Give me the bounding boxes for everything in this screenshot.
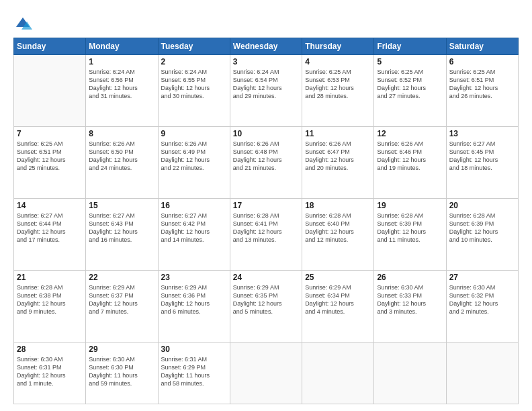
calendar-cell bbox=[230, 342, 302, 404]
calendar-cell: 22Sunrise: 6:29 AMSunset: 6:37 PMDayligh… bbox=[86, 270, 158, 342]
calendar-header-row: SundayMondayTuesdayWednesdayThursdayFrid… bbox=[14, 38, 519, 55]
weekday-header-monday: Monday bbox=[86, 38, 158, 55]
day-number: 30 bbox=[161, 345, 227, 354]
calendar-cell: 29Sunrise: 6:30 AMSunset: 6:30 PMDayligh… bbox=[86, 342, 158, 404]
day-number: 18 bbox=[305, 201, 371, 210]
calendar-cell: 14Sunrise: 6:27 AMSunset: 6:44 PMDayligh… bbox=[14, 198, 86, 270]
day-number: 21 bbox=[17, 273, 83, 282]
cell-info: Sunrise: 6:30 AMSunset: 6:30 PMDaylight:… bbox=[89, 355, 154, 388]
calendar-cell: 1Sunrise: 6:24 AMSunset: 6:56 PMDaylight… bbox=[86, 55, 158, 127]
calendar-cell: 18Sunrise: 6:28 AMSunset: 6:40 PMDayligh… bbox=[302, 198, 374, 270]
cell-info: Sunrise: 6:26 AMSunset: 6:46 PMDaylight:… bbox=[377, 140, 443, 173]
cell-info: Sunrise: 6:27 AMSunset: 6:43 PMDaylight:… bbox=[89, 212, 154, 244]
week-row-1: 1Sunrise: 6:24 AMSunset: 6:56 PMDaylight… bbox=[14, 55, 519, 127]
header bbox=[13, 12, 519, 34]
calendar-cell: 7Sunrise: 6:25 AMSunset: 6:51 PMDaylight… bbox=[14, 126, 86, 198]
cell-info: Sunrise: 6:25 AMSunset: 6:52 PMDaylight:… bbox=[377, 68, 443, 101]
cell-info: Sunrise: 6:27 AMSunset: 6:44 PMDaylight:… bbox=[17, 212, 83, 244]
calendar-cell: 15Sunrise: 6:27 AMSunset: 6:43 PMDayligh… bbox=[86, 198, 158, 270]
cell-info: Sunrise: 6:29 AMSunset: 6:35 PMDaylight:… bbox=[233, 283, 299, 316]
day-number: 16 bbox=[161, 201, 227, 210]
week-row-4: 21Sunrise: 6:28 AMSunset: 6:38 PMDayligh… bbox=[14, 270, 519, 342]
cell-info: Sunrise: 6:24 AMSunset: 6:55 PMDaylight:… bbox=[161, 68, 227, 101]
calendar-cell: 10Sunrise: 6:26 AMSunset: 6:48 PMDayligh… bbox=[230, 126, 302, 198]
day-number: 3 bbox=[233, 57, 299, 66]
cell-info: Sunrise: 6:27 AMSunset: 6:42 PMDaylight:… bbox=[161, 212, 227, 244]
weekday-header-thursday: Thursday bbox=[302, 38, 374, 55]
calendar-cell: 19Sunrise: 6:28 AMSunset: 6:39 PMDayligh… bbox=[374, 198, 446, 270]
calendar-cell: 26Sunrise: 6:30 AMSunset: 6:33 PMDayligh… bbox=[374, 270, 446, 342]
calendar-cell: 2Sunrise: 6:24 AMSunset: 6:55 PMDaylight… bbox=[158, 55, 230, 127]
cell-info: Sunrise: 6:24 AMSunset: 6:56 PMDaylight:… bbox=[89, 68, 154, 101]
week-row-5: 28Sunrise: 6:30 AMSunset: 6:31 PMDayligh… bbox=[14, 342, 519, 404]
cell-info: Sunrise: 6:28 AMSunset: 6:41 PMDaylight:… bbox=[233, 212, 299, 244]
calendar-cell: 30Sunrise: 6:31 AMSunset: 6:29 PMDayligh… bbox=[158, 342, 230, 404]
calendar-cell: 24Sunrise: 6:29 AMSunset: 6:35 PMDayligh… bbox=[230, 270, 302, 342]
day-number: 4 bbox=[305, 57, 371, 66]
day-number: 10 bbox=[233, 129, 299, 138]
calendar-cell: 8Sunrise: 6:26 AMSunset: 6:50 PMDaylight… bbox=[86, 126, 158, 198]
cell-info: Sunrise: 6:29 AMSunset: 6:34 PMDaylight:… bbox=[305, 283, 371, 316]
day-number: 27 bbox=[449, 273, 515, 282]
calendar-table: SundayMondayTuesdayWednesdayThursdayFrid… bbox=[13, 38, 519, 404]
logo-icon bbox=[13, 15, 32, 34]
calendar-cell bbox=[302, 342, 374, 404]
calendar-cell: 11Sunrise: 6:26 AMSunset: 6:47 PMDayligh… bbox=[302, 126, 374, 198]
day-number: 29 bbox=[89, 345, 154, 354]
calendar-cell: 17Sunrise: 6:28 AMSunset: 6:41 PMDayligh… bbox=[230, 198, 302, 270]
calendar-cell: 3Sunrise: 6:24 AMSunset: 6:54 PMDaylight… bbox=[230, 55, 302, 127]
cell-info: Sunrise: 6:29 AMSunset: 6:37 PMDaylight:… bbox=[89, 283, 154, 316]
cell-info: Sunrise: 6:27 AMSunset: 6:45 PMDaylight:… bbox=[449, 140, 515, 173]
cell-info: Sunrise: 6:28 AMSunset: 6:39 PMDaylight:… bbox=[449, 212, 515, 244]
day-number: 23 bbox=[161, 273, 227, 282]
day-number: 17 bbox=[233, 201, 299, 210]
calendar-cell: 25Sunrise: 6:29 AMSunset: 6:34 PMDayligh… bbox=[302, 270, 374, 342]
cell-info: Sunrise: 6:28 AMSunset: 6:38 PMDaylight:… bbox=[17, 283, 83, 316]
calendar-cell: 6Sunrise: 6:25 AMSunset: 6:51 PMDaylight… bbox=[446, 55, 518, 127]
calendar-cell: 13Sunrise: 6:27 AMSunset: 6:45 PMDayligh… bbox=[446, 126, 518, 198]
cell-info: Sunrise: 6:24 AMSunset: 6:54 PMDaylight:… bbox=[233, 68, 299, 101]
cell-info: Sunrise: 6:26 AMSunset: 6:48 PMDaylight:… bbox=[233, 140, 299, 173]
weekday-header-tuesday: Tuesday bbox=[158, 38, 230, 55]
calendar-cell: 28Sunrise: 6:30 AMSunset: 6:31 PMDayligh… bbox=[14, 342, 86, 404]
cell-info: Sunrise: 6:25 AMSunset: 6:51 PMDaylight:… bbox=[17, 140, 83, 173]
weekday-header-wednesday: Wednesday bbox=[230, 38, 302, 55]
day-number: 13 bbox=[449, 129, 515, 138]
calendar-cell bbox=[14, 55, 86, 127]
logo bbox=[13, 15, 35, 34]
cell-info: Sunrise: 6:26 AMSunset: 6:50 PMDaylight:… bbox=[89, 140, 154, 173]
weekday-header-sunday: Sunday bbox=[14, 38, 86, 55]
calendar-cell: 4Sunrise: 6:25 AMSunset: 6:53 PMDaylight… bbox=[302, 55, 374, 127]
cell-info: Sunrise: 6:29 AMSunset: 6:36 PMDaylight:… bbox=[161, 283, 227, 316]
page: SundayMondayTuesdayWednesdayThursdayFrid… bbox=[0, 0, 532, 411]
day-number: 22 bbox=[89, 273, 154, 282]
cell-info: Sunrise: 6:30 AMSunset: 6:32 PMDaylight:… bbox=[449, 283, 515, 316]
weekday-header-saturday: Saturday bbox=[446, 38, 518, 55]
cell-info: Sunrise: 6:26 AMSunset: 6:49 PMDaylight:… bbox=[161, 140, 227, 173]
calendar-cell: 20Sunrise: 6:28 AMSunset: 6:39 PMDayligh… bbox=[446, 198, 518, 270]
day-number: 11 bbox=[305, 129, 371, 138]
calendar-cell: 21Sunrise: 6:28 AMSunset: 6:38 PMDayligh… bbox=[14, 270, 86, 342]
calendar-cell: 23Sunrise: 6:29 AMSunset: 6:36 PMDayligh… bbox=[158, 270, 230, 342]
day-number: 19 bbox=[377, 201, 443, 210]
day-number: 15 bbox=[89, 201, 154, 210]
cell-info: Sunrise: 6:28 AMSunset: 6:39 PMDaylight:… bbox=[377, 212, 443, 244]
day-number: 14 bbox=[17, 201, 83, 210]
calendar-cell: 27Sunrise: 6:30 AMSunset: 6:32 PMDayligh… bbox=[446, 270, 518, 342]
calendar-cell: 12Sunrise: 6:26 AMSunset: 6:46 PMDayligh… bbox=[374, 126, 446, 198]
day-number: 26 bbox=[377, 273, 443, 282]
day-number: 9 bbox=[161, 129, 227, 138]
cell-info: Sunrise: 6:31 AMSunset: 6:29 PMDaylight:… bbox=[161, 355, 227, 388]
day-number: 24 bbox=[233, 273, 299, 282]
cell-info: Sunrise: 6:30 AMSunset: 6:33 PMDaylight:… bbox=[377, 283, 443, 316]
day-number: 12 bbox=[377, 129, 443, 138]
day-number: 8 bbox=[89, 129, 154, 138]
day-number: 6 bbox=[449, 57, 515, 66]
calendar-cell: 9Sunrise: 6:26 AMSunset: 6:49 PMDaylight… bbox=[158, 126, 230, 198]
cell-info: Sunrise: 6:26 AMSunset: 6:47 PMDaylight:… bbox=[305, 140, 371, 173]
day-number: 7 bbox=[17, 129, 83, 138]
day-number: 25 bbox=[305, 273, 371, 282]
day-number: 20 bbox=[449, 201, 515, 210]
cell-info: Sunrise: 6:28 AMSunset: 6:40 PMDaylight:… bbox=[305, 212, 371, 244]
calendar-cell bbox=[374, 342, 446, 404]
